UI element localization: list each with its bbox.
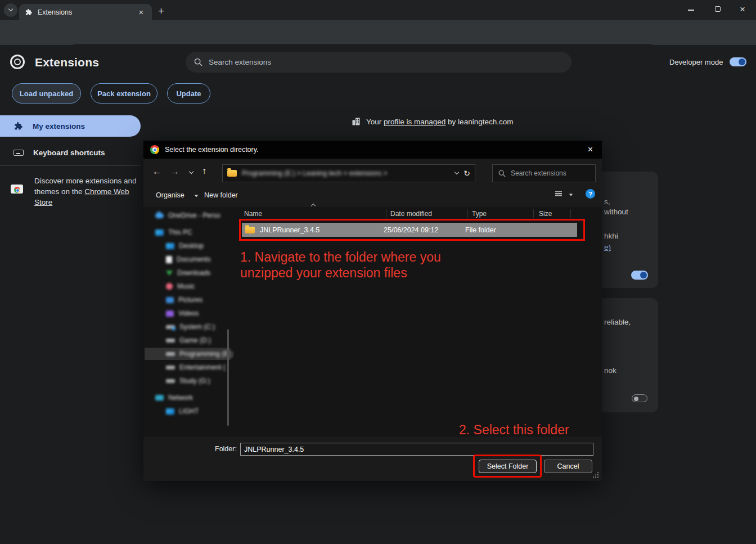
this-pc-icon — [155, 230, 164, 236]
tree-item-study-g[interactable]: Study (G:) — [143, 375, 232, 387]
extensions-search-input[interactable] — [209, 58, 546, 66]
new-folder-button[interactable]: New folder — [204, 191, 238, 199]
extensions-logo-icon — [10, 55, 25, 69]
extension-toggle-off[interactable] — [632, 394, 647, 402]
pictures-icon — [166, 297, 174, 303]
tree-item-game-d[interactable]: Game (D:) — [143, 334, 232, 347]
search-icon — [194, 58, 202, 66]
folder-name-input[interactable] — [240, 443, 593, 456]
cancel-button[interactable]: Cancel — [544, 460, 592, 473]
column-separator — [467, 209, 468, 218]
annotation-step2: 2. Select this folder — [459, 422, 569, 438]
card1-text-fragment: s, — [604, 197, 610, 206]
dialog-back-icon[interactable]: ← — [152, 167, 161, 177]
keyboard-icon — [14, 150, 24, 156]
dialog-forward-icon[interactable]: → — [170, 167, 179, 177]
tree-item-network[interactable]: Network — [143, 392, 232, 404]
tree-item-pictures[interactable]: Pictures — [143, 294, 232, 306]
resize-grip[interactable] — [592, 471, 598, 478]
column-header-date-modified[interactable]: Date modified — [390, 210, 432, 218]
tree-scrollbar[interactable] — [227, 329, 229, 426]
sidebar-divider — [0, 165, 141, 166]
breadcrumb[interactable]: Programming (E:) > Leaning tech > extens… — [222, 164, 475, 182]
tab-search-button[interactable] — [4, 3, 17, 17]
card2-text-fragment: nok — [604, 366, 616, 375]
card1-link-fragment[interactable]: e) — [604, 243, 611, 251]
tree-item-system-c[interactable]: System (C:) — [143, 321, 232, 333]
annotation-box-select-button — [473, 455, 542, 478]
column-separator — [570, 209, 571, 218]
window-minimize-button[interactable] — [688, 10, 694, 11]
tree-item-this-pc[interactable]: This PC — [143, 226, 232, 239]
tree-item-programming-e[interactable]: Programming (E:) — [143, 348, 232, 360]
card1-text-fragment: hkhi — [604, 232, 618, 240]
desktop-icon — [166, 243, 174, 249]
load-unpacked-button[interactable]: Load unpacked — [12, 83, 81, 104]
view-mode-icon[interactable] — [554, 190, 563, 198]
tab-extensions[interactable]: Extensions × — [19, 4, 152, 20]
update-button[interactable]: Update — [167, 83, 210, 104]
tree-item-videos[interactable]: Videos — [143, 307, 232, 320]
tree-item-onedrive[interactable]: OneDrive - Perso — [143, 209, 232, 222]
dialog-up-icon[interactable]: ↑ — [202, 166, 206, 176]
downloads-icon — [166, 271, 173, 276]
tab-title: Extensions — [38, 8, 136, 16]
developer-mode-toggle[interactable] — [730, 57, 746, 66]
recent-locations-chevron-icon[interactable] — [189, 169, 194, 174]
developer-mode-label: Developer mode — [669, 58, 723, 66]
chevron-down-icon — [8, 7, 14, 12]
dialog-title: Select the extension directory. — [165, 146, 580, 154]
tree-item-light[interactable]: LIGHT — [143, 405, 232, 417]
organise-menu[interactable]: Organise — [156, 191, 184, 199]
card2-text-fragment: reliable, — [604, 318, 631, 326]
extensions-search-box[interactable] — [186, 52, 572, 73]
column-header-size[interactable]: Size — [539, 210, 552, 218]
search-icon — [498, 170, 506, 177]
videos-icon — [166, 311, 174, 317]
tree-item-entertainment[interactable]: Entertainment ( — [143, 361, 232, 374]
window-close-button[interactable]: × — [740, 4, 745, 15]
onedrive-cloud-icon — [155, 213, 164, 218]
dialog-search-box[interactable] — [492, 164, 596, 182]
dialog-search-input[interactable] — [511, 169, 584, 177]
tree-item-music[interactable]: Music — [143, 280, 232, 293]
annotation-box-file-row — [239, 219, 585, 241]
system-drive-icon — [166, 325, 175, 329]
dialog-title-bar[interactable]: Select the extension directory. × — [143, 141, 602, 159]
tree-item-desktop[interactable]: Desktop — [143, 240, 232, 252]
annotation-step1: 1. Navigate to the folder where you unzi… — [240, 249, 441, 281]
extension-toggle-on[interactable] — [631, 271, 648, 280]
documents-icon — [166, 256, 172, 263]
breadcrumb-path[interactable]: Programming (E:) > Leaning tech > extens… — [242, 169, 450, 177]
column-separator — [533, 209, 534, 218]
sidebar-my-extensions-label: My extensions — [33, 122, 85, 131]
dialog-refresh-icon[interactable]: ↻ — [464, 169, 470, 178]
page-title: Extensions — [35, 56, 99, 69]
drive-icon — [166, 339, 175, 343]
view-mode-caret-icon[interactable] — [569, 194, 573, 196]
organization-building-icon — [352, 117, 361, 126]
tree-item-downloads[interactable]: Downloads — [143, 267, 232, 279]
help-icon[interactable]: ? — [586, 189, 595, 199]
new-tab-button[interactable]: + — [158, 5, 164, 17]
puzzle-favicon-icon — [25, 8, 33, 16]
window-maximize-button[interactable] — [715, 6, 721, 12]
music-icon — [166, 283, 173, 290]
sidebar-item-keyboard-shortcuts[interactable]: Keyboard shortcuts — [0, 142, 141, 163]
sidebar-item-my-extensions[interactable]: My extensions — [0, 115, 141, 137]
drive-icon — [166, 366, 175, 370]
developer-mode-control: Developer mode — [669, 57, 746, 66]
profile-managed-link[interactable]: profile is managed — [384, 118, 446, 126]
profile-managed-notice: Your profile is managed by leaningtech.c… — [352, 117, 513, 126]
column-separator — [386, 209, 386, 218]
pack-extension-button[interactable]: Pack extension — [91, 83, 158, 104]
tab-close-icon[interactable]: × — [136, 7, 146, 17]
tree-item-documents[interactable]: Documents — [143, 253, 232, 266]
breadcrumb-chevron-icon[interactable] — [454, 170, 460, 175]
dialog-close-icon[interactable]: × — [586, 145, 595, 155]
sidebar-keyboard-shortcuts-label: Keyboard shortcuts — [33, 149, 105, 157]
column-header-name[interactable]: Name — [244, 210, 262, 218]
tab-strip: Extensions × + × — [0, 0, 756, 20]
column-header-type[interactable]: Type — [472, 210, 487, 218]
network-icon — [155, 395, 164, 401]
